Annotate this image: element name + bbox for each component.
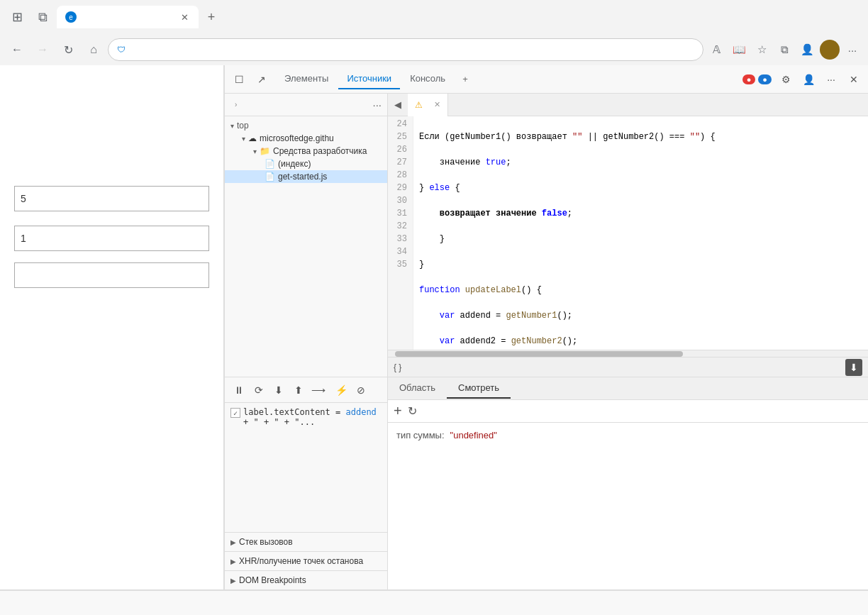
tree-item-vtop[interactable]: ▾ top (225, 119, 387, 132)
tab-manager-icon[interactable]: ⧉ (31, 6, 54, 28)
add-button[interactable] (14, 262, 209, 288)
call-stack-header[interactable]: ▶ Стек вызовов (225, 533, 387, 551)
tree-arrow-icon: ▾ (230, 122, 234, 130)
maximize-button[interactable] (796, 6, 828, 28)
file-tree-more-button[interactable]: ··· (372, 99, 382, 111)
close-devtools-button[interactable]: ✕ (845, 71, 862, 88)
code-line-29: } (419, 258, 862, 271)
editor-tab-close-icon[interactable]: ✕ (434, 100, 440, 109)
warn-icon: ⚠ (415, 100, 423, 110)
tab-watch[interactable]: Смотреть (447, 378, 511, 399)
devtools-tab-list: Элементы Источники Консоль + (276, 69, 737, 89)
home-button[interactable]: ⌂ (82, 38, 105, 61)
security-icon: 🛡 (117, 45, 126, 55)
new-tab-button[interactable]: + (201, 7, 221, 27)
window-controls (762, 6, 862, 28)
xhr-section: ▶ XHR/получение точек останова (225, 551, 387, 570)
code-editor: ◀ ⚠ ✕ 24 25 26 27 (388, 94, 868, 377)
scrollbar-thumb[interactable] (395, 351, 683, 357)
code-line-25: значение true; (419, 156, 862, 169)
step-out-button[interactable]: ⬆ (290, 382, 307, 399)
devtools-badges: ● ● (742, 74, 772, 84)
line-numbers: 24 25 26 27 28 29 30 31 32 33 34 35 (388, 116, 413, 350)
dom-section: ▶ DOM Breakpoints (225, 570, 387, 589)
settings-icon[interactable]: ··· (842, 40, 862, 60)
file-tree-content: ▾ top ▾ ☁ microsoftedge.githu (225, 116, 387, 377)
profiles-icon[interactable]: 👤 (797, 40, 817, 60)
code-area[interactable]: 24 25 26 27 28 29 30 31 32 33 34 35 (388, 116, 868, 350)
pause-button[interactable]: ⏸ (230, 382, 247, 399)
scope-button[interactable]: { } (394, 362, 401, 372)
forward-button: → (31, 38, 54, 61)
browser-chrome: ⊞ ⧉ e ✕ + ← → ↻ ⌂ 🛡 𝔸 📖 ☆ ⧉ 👤 (0, 0, 868, 65)
deactivate-breakpoints-button[interactable]: ⚡ (333, 382, 350, 399)
warning-badge: ● (758, 74, 772, 84)
more-tools-icon[interactable]: ··· (823, 71, 840, 88)
step-into-button[interactable]: ⬇ (270, 382, 287, 399)
minimize-button[interactable] (762, 6, 794, 28)
tab-add-icon[interactable]: + (455, 70, 475, 89)
code-line-31: var addend = getNumber1(); (419, 309, 862, 322)
customize-icon[interactable]: 👤 (800, 71, 817, 88)
number1-input[interactable] (14, 186, 209, 211)
breakpoint-item: label.textContent = addend + " + " + "..… (230, 406, 382, 428)
watch-refresh-button[interactable]: ↻ (408, 404, 417, 418)
code-line-26: } else { (419, 182, 862, 194)
watch-item-sum: тип суммы: "undefined" (396, 428, 859, 442)
devtools-device-icon[interactable]: ☐ (230, 71, 247, 88)
debugger-panel: ⏸ ⟳ ⬇ ⬆ ⟶ ⚡ ⊘ (225, 377, 868, 589)
tab-elements[interactable]: Элементы (276, 69, 337, 89)
tree-item-folder[interactable]: ▾ 📁 Средства разработчика (225, 145, 387, 157)
code-line-27: возвращает значение false; (419, 207, 862, 220)
tab-sources[interactable]: Источники (338, 69, 400, 89)
tree-item-getstarted[interactable]: 📄 get-started.js (225, 170, 387, 183)
edge-tab-icon: e (65, 11, 77, 23)
browser-menu-icon[interactable]: ⊞ (6, 6, 28, 28)
dom-header[interactable]: ▶ DOM Breakpoints (225, 571, 387, 589)
code-line-24: Если (getNumber1() возвращает "" || getN… (419, 131, 862, 143)
watch-add-button[interactable]: + (394, 403, 402, 419)
read-aloud-icon[interactable]: 𝔸 (706, 40, 726, 60)
tab-console[interactable]: Консоль (401, 69, 454, 89)
console-panel: E ▾ 👁 ⚙ (0, 589, 868, 615)
refresh-button[interactable]: ↻ (57, 38, 79, 61)
xhr-header[interactable]: ▶ XHR/получение точек останова (225, 552, 387, 570)
immersive-reader-icon[interactable]: 📖 (729, 40, 749, 60)
title-bar: ⊞ ⧉ e ✕ + (0, 0, 868, 34)
address-input[interactable]: 🛡 (108, 38, 703, 61)
step-button[interactable]: ⟶ (310, 382, 327, 399)
browser-tab[interactable]: e ✕ (57, 6, 199, 28)
tree-arrow-icon: ▾ (253, 148, 257, 155)
download-icon[interactable]: ⬇ (845, 359, 862, 376)
debugger-left: ⏸ ⟳ ⬇ ⬆ ⟶ ⚡ ⊘ (225, 377, 388, 589)
tree-item-index[interactable]: 📄 (индекс) (225, 157, 387, 170)
tab-scope[interactable]: Область (388, 378, 447, 399)
favorites-icon[interactable]: ☆ (752, 40, 772, 60)
editor-file-tab-getstarted[interactable]: ⚠ ✕ (408, 94, 448, 116)
tab-close-button[interactable]: ✕ (179, 11, 190, 23)
section-arrow-icon: ▶ (230, 558, 236, 565)
devtools-inspect-icon[interactable]: ↗ (253, 71, 270, 88)
breakpoint-checkbox[interactable] (230, 408, 240, 418)
close-button[interactable] (830, 6, 862, 28)
breakpoint-area: label.textContent = addend + " + " + "..… (225, 403, 387, 532)
watch-value-sum: "undefined" (450, 430, 497, 441)
number2-input[interactable] (14, 226, 209, 251)
devtools-topbar: ☐ ↗ Элементы Источники Консоль + ● ● ⚙ 👤… (225, 65, 868, 94)
section-arrow-icon: ▶ (230, 538, 236, 546)
back-button[interactable]: ← (6, 38, 28, 61)
devtools-panel: ☐ ↗ Элементы Источники Консоль + ● ● ⚙ 👤… (224, 65, 868, 589)
tree-item-domain[interactable]: ▾ ☁ microsoftedge.githu (225, 132, 387, 145)
settings-gear-icon[interactable]: ⚙ (777, 71, 794, 88)
step-over-button[interactable]: ⟳ (250, 382, 267, 399)
editor-tabs: ◀ ⚠ ✕ (388, 94, 868, 116)
editor-tab-back-button[interactable]: ◀ (388, 95, 408, 115)
debugger-sections: ▶ Стек вызовов ▶ XHR/получение точек ост… (225, 532, 387, 589)
user-avatar[interactable] (820, 40, 840, 60)
watch-content: тип суммы: "undefined" (388, 423, 868, 589)
dont-pause-exceptions-button[interactable]: ⊘ (352, 382, 369, 399)
address-bar: ← → ↻ ⌂ 🛡 𝔸 📖 ☆ ⧉ 👤 ··· (0, 34, 868, 65)
collections-icon[interactable]: ⧉ (774, 40, 794, 60)
number2-group (14, 223, 209, 251)
horizontal-scrollbar[interactable] (388, 350, 868, 357)
